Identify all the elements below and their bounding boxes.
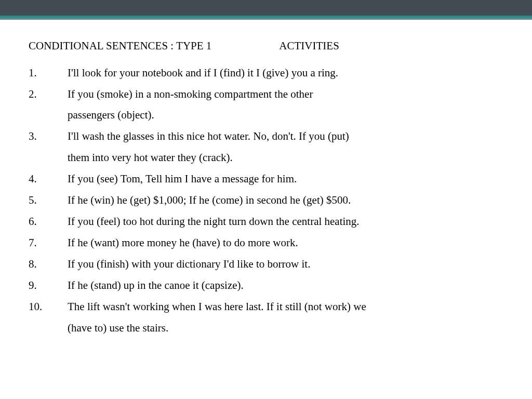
list-item: 7. If he (want) more money he (have) to … [29, 232, 503, 254]
item-text-cont: passengers (object). [29, 104, 503, 126]
item-text: If he (win) he (get) $1,000; If he (come… [68, 190, 503, 211]
list-item: 8. If you (finish) with your dictionary … [29, 254, 503, 275]
item-text-cont: (have to) use the stairs. [29, 317, 503, 339]
item-text-cont: them into very hot water they (crack). [29, 147, 503, 168]
item-text: If he (stand) up in the canoe it (capsiz… [68, 275, 503, 296]
item-text: I'll wash the glasses in this nice hot w… [68, 126, 503, 147]
item-number: 7. [29, 232, 68, 254]
list-item: 1. I'll look for your notebook and if I … [29, 62, 503, 84]
heading-row: CONDITIONAL SENTENCES : TYPE 1 ACTIVITIE… [29, 37, 503, 55]
item-text: If he (want) more money he (have) to do … [68, 232, 503, 254]
slide: CONDITIONAL SENTENCES : TYPE 1 ACTIVITIE… [0, 0, 532, 399]
list-item: 6. If you (feel) too hot during the nigh… [29, 211, 503, 232]
list-item: 2. If you (smoke) in a non-smoking compa… [29, 84, 503, 105]
list-item: 9. If he (stand) up in the canoe it (cap… [29, 275, 503, 296]
item-text: I'll look for your notebook and if I (fi… [68, 62, 503, 84]
heading-left: CONDITIONAL SENTENCES : TYPE 1 [29, 37, 211, 55]
heading-right: ACTIVITIES [279, 37, 339, 55]
slide-content: CONDITIONAL SENTENCES : TYPE 1 ACTIVITIE… [0, 18, 532, 339]
item-text: If you (feel) too hot during the night t… [68, 211, 503, 232]
item-text: If you (smoke) in a non-smoking compartm… [68, 84, 503, 105]
item-number: 2. [29, 84, 68, 105]
item-number: 10. [29, 296, 68, 317]
item-number: 3. [29, 126, 68, 147]
item-number: 1. [29, 62, 68, 84]
item-text: If you (see) Tom, Tell him I have a mess… [68, 168, 503, 190]
item-number: 9. [29, 275, 68, 296]
list-item: 4. If you (see) Tom, Tell him I have a m… [29, 168, 503, 190]
list-item: 5. If he (win) he (get) $1,000; If he (c… [29, 190, 503, 211]
item-number: 5. [29, 190, 68, 211]
list-item: 3. I'll wash the glasses in this nice ho… [29, 126, 503, 147]
item-number: 4. [29, 168, 68, 190]
item-text: If you (finish) with your dictionary I'd… [68, 254, 503, 275]
item-number: 8. [29, 254, 68, 275]
item-text: The lift wasn't working when I was here … [68, 296, 503, 317]
list-item: 10. The lift wasn't working when I was h… [29, 296, 503, 317]
slide-top-bar [0, 0, 532, 18]
item-number: 6. [29, 211, 68, 232]
exercise-list: 1. I'll look for your notebook and if I … [29, 62, 503, 339]
